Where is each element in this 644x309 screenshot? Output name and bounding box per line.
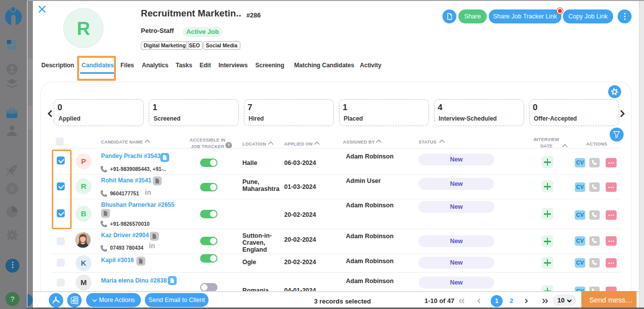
svg-text:$: $ (10, 185, 14, 193)
svg-text:X: X (72, 299, 74, 303)
